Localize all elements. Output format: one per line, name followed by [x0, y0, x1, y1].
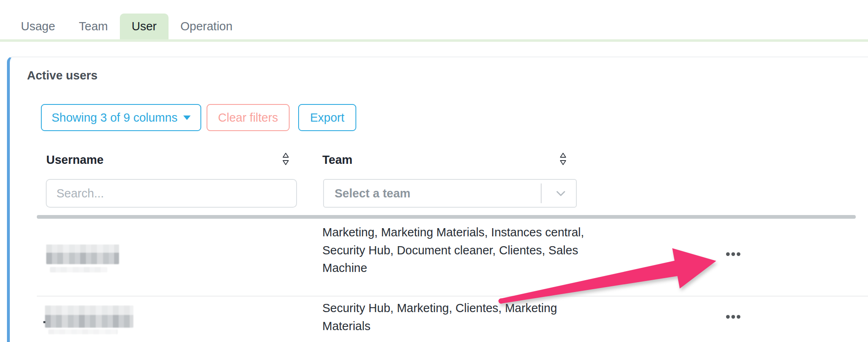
username-leading-dot	[43, 321, 45, 323]
row-actions-menu-button[interactable]	[724, 250, 743, 258]
row-actions-menu-button[interactable]	[724, 313, 743, 321]
sort-icon[interactable]	[560, 152, 567, 165]
username-redacted-row2	[45, 306, 133, 328]
tab-underline	[0, 39, 868, 42]
column-header-username: Username	[46, 153, 103, 167]
team-cell-row1: Marketing, Marketing Materials, Instance…	[322, 224, 605, 277]
select-divider	[541, 183, 542, 203]
user-admin-screen: Usage Team User Operation Active users S…	[0, 0, 868, 342]
tab-usage[interactable]: Usage	[9, 14, 67, 39]
horizontal-scrollbar[interactable]	[37, 215, 856, 219]
username-redacted-row2-fragment	[48, 329, 118, 334]
column-header-team: Team	[322, 153, 353, 167]
clear-filters-button[interactable]: Clear filters	[207, 104, 290, 131]
tab-bar: Usage Team User Operation	[9, 14, 244, 39]
ellipsis-icon	[726, 315, 730, 319]
tab-operation[interactable]: Operation	[169, 14, 244, 39]
team-cell-row2: Security Hub, Marketing, Clientes, Marke…	[322, 299, 605, 335]
sort-icon[interactable]	[282, 152, 289, 165]
username-search-input[interactable]	[46, 179, 297, 208]
chevron-down-icon	[556, 191, 565, 197]
team-select[interactable]: Select a team	[323, 179, 577, 208]
columns-dropdown-button[interactable]: Showing 3 of 9 columns	[41, 104, 201, 131]
page-title: Active users	[27, 69, 98, 82]
ellipsis-icon	[726, 252, 730, 256]
columns-dropdown-label: Showing 3 of 9 columns	[52, 111, 178, 125]
tab-user[interactable]: User	[120, 14, 169, 39]
username-redacted-row1	[46, 245, 119, 264]
row-divider	[37, 296, 868, 297]
tab-team[interactable]: Team	[67, 14, 120, 39]
caret-down-icon	[183, 116, 191, 120]
team-select-placeholder: Select a team	[324, 187, 410, 200]
username-redacted-row1-fragment	[50, 267, 107, 272]
export-button[interactable]: Export	[298, 104, 356, 131]
